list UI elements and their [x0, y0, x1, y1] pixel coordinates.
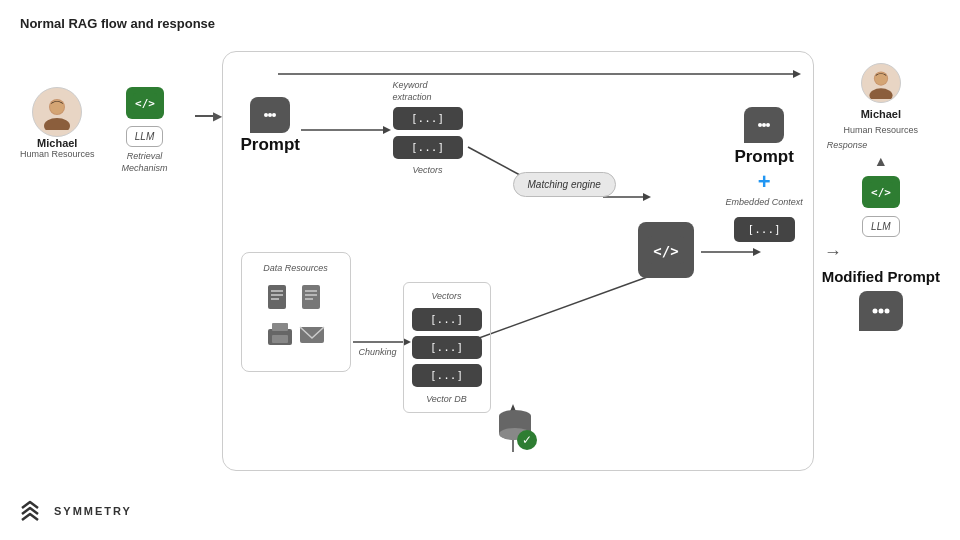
vector-box-b3: [...] — [412, 364, 482, 387]
svg-point-1 — [44, 118, 70, 130]
page: Normal RAG flow and response Michael Hum… — [0, 0, 960, 540]
avatar-right — [861, 63, 901, 103]
symmetry-icon — [20, 500, 48, 522]
vector-box-b1: [...] — [412, 308, 482, 331]
svg-point-48 — [875, 72, 887, 84]
left-person-section: Michael Human Resources — [20, 87, 95, 159]
person-name-left: Michael — [37, 137, 77, 149]
data-resources-box: Data Resources — [241, 252, 351, 372]
print-icon — [266, 321, 294, 349]
person-role-right: Human Resources — [844, 125, 919, 135]
page-title: Normal RAG flow and response — [20, 16, 940, 31]
matching-engine: Matching engine — [513, 172, 616, 197]
top-vectors: [...] [...] Vectors — [393, 107, 463, 175]
svg-marker-6 — [793, 70, 801, 78]
prompt-label-left: Prompt — [241, 135, 301, 155]
llm-code-icon-left: </> — [126, 87, 164, 119]
modified-prompt-label: Modified Prompt — [822, 268, 940, 286]
response-label: Response — [827, 140, 868, 150]
prompt-right-section: Prompt + Embedded Context [...] — [726, 107, 803, 242]
chat-icon-prompt-right — [744, 107, 784, 143]
main-diagram-box: Prompt Keywordextraction [...] [...] Vec… — [222, 51, 814, 471]
llm-box-right: LLM — [862, 216, 899, 237]
llm-box-left: LLM — [126, 126, 163, 147]
svg-text:</>: </> — [135, 97, 155, 110]
svg-point-43 — [758, 123, 762, 127]
right-arrow: → — [824, 242, 842, 263]
chat-icon-prompt-left — [250, 97, 290, 133]
svg-marker-8 — [383, 126, 391, 134]
svg-rect-35 — [272, 335, 288, 343]
arrow-to-main: ▶ — [195, 109, 222, 123]
person-role-left: Human Resources — [20, 149, 95, 159]
vector-box-b2: [...] — [412, 336, 482, 359]
matching-engine-label: Matching engine — [513, 172, 616, 197]
svg-point-22 — [268, 113, 272, 117]
svg-point-47 — [869, 88, 892, 99]
llm-code-icon-right: </> — [862, 176, 900, 208]
doc-icons-row1 — [266, 283, 326, 311]
svg-rect-36 — [272, 323, 288, 331]
doc-icons-row2 — [266, 321, 326, 349]
svg-text:</>: </> — [653, 243, 678, 259]
svg-point-45 — [766, 123, 770, 127]
svg-point-52 — [878, 309, 883, 314]
svg-rect-26 — [268, 285, 286, 309]
vectors-label-top: Vectors — [393, 165, 463, 175]
svg-line-15 — [468, 272, 661, 342]
response-arrow: ▼ — [874, 155, 888, 171]
symmetry-logo: SYMMETRY — [20, 500, 132, 522]
svg-marker-12 — [643, 193, 651, 201]
code-box-section: </> — [638, 222, 694, 278]
code-box-large: </> — [638, 222, 694, 278]
right-panel: Michael Human Resources Response ▼ </> L… — [822, 63, 940, 331]
svg-point-51 — [872, 309, 877, 314]
svg-marker-14 — [753, 248, 761, 256]
vector-box-2: [...] — [393, 136, 463, 159]
doc-icon-1 — [266, 283, 294, 311]
vector-db-label: Vector DB — [412, 394, 482, 404]
keyword-label: Keywordextraction — [393, 80, 432, 103]
prompt-label-right: Prompt — [734, 147, 794, 167]
embedded-vector-box: [...] — [734, 217, 795, 242]
vector-db-section: Vectors [...] [...] [...] Vector DB — [403, 282, 491, 413]
chat-icon-modified — [859, 291, 903, 331]
svg-point-21 — [264, 113, 268, 117]
vectors-label-bottom: Vectors — [412, 291, 482, 301]
svg-point-2 — [50, 100, 64, 114]
retrieval-label: RetrievalMechanism — [122, 151, 168, 174]
svg-text:✓: ✓ — [522, 433, 532, 447]
mail-icon — [298, 321, 326, 349]
avatar-left — [32, 87, 82, 137]
svg-rect-30 — [302, 285, 320, 309]
embedded-label: Embedded Context — [726, 197, 803, 209]
svg-point-23 — [272, 113, 276, 117]
svg-point-44 — [762, 123, 766, 127]
chunking-label: Chunking — [359, 347, 397, 357]
svg-text:</>: </> — [871, 186, 891, 199]
svg-point-53 — [884, 309, 889, 314]
person-name-right: Michael — [861, 108, 901, 120]
symmetry-text: SYMMETRY — [54, 505, 132, 517]
database-icon: ✓ — [493, 406, 537, 450]
plus-icon: + — [758, 171, 771, 193]
data-resources-label: Data Resources — [263, 263, 328, 273]
vector-box-1: [...] — [393, 107, 463, 130]
doc-icon-2 — [298, 283, 326, 311]
retrieval-section: </> LLM RetrievalMechanism — [95, 87, 195, 174]
prompt-left: Prompt — [241, 97, 301, 155]
